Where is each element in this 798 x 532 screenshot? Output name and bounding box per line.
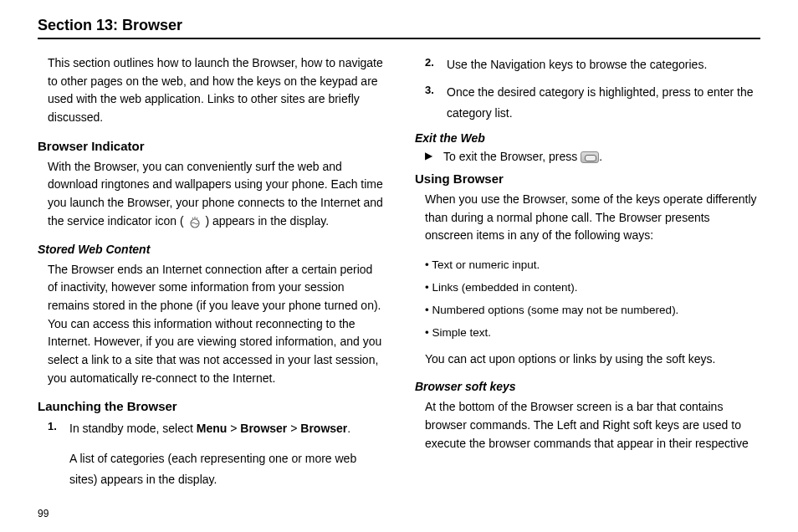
menu-label: Menu — [197, 422, 228, 435]
browser-label-2: Browser — [300, 422, 347, 435]
step-number: 3. — [425, 82, 447, 124]
section-divider — [38, 38, 760, 39]
heading-launching-browser: Launching the Browser — [38, 399, 383, 413]
list-item: • Links (embedded in content). — [425, 279, 760, 297]
content-columns: This section outlines how to launch the … — [38, 54, 760, 497]
browser-soft-keys-text: At the bottom of the Browser screen is a… — [415, 398, 760, 453]
using-browser-text: When you use the Browser, some of the ke… — [415, 191, 760, 245]
step-2-text: Use the Navigation keys to browse the ca… — [447, 54, 760, 75]
list-item: • Text or numeric input. — [425, 257, 760, 274]
heading-browser-soft-keys: Browser soft keys — [415, 380, 760, 393]
heading-exit-web: Exit the Web — [415, 131, 760, 145]
using-browser-text-2: You can act upon options or links by usi… — [415, 350, 760, 369]
browser-indicator-text-b: ) appears in the display. — [205, 214, 329, 228]
page-number: 99 — [38, 508, 49, 519]
exit-text-a: To exit the Browser, press — [443, 150, 581, 163]
heading-using-browser: Using Browser — [415, 171, 760, 186]
right-column: 2. Use the Navigation keys to browse the… — [415, 54, 760, 497]
exit-web-text: To exit the Browser, press . — [443, 150, 602, 163]
heading-stored-web-content: Stored Web Content — [38, 243, 383, 256]
browser-items-list: • Text or numeric input. • Links (embedd… — [415, 257, 760, 342]
step-1-end: . — [347, 422, 350, 435]
section-title: Section 13: Browser — [38, 17, 760, 34]
left-column: This section outlines how to launch the … — [38, 54, 383, 497]
step-1-prefix: In standby mode, select — [69, 422, 197, 435]
svg-line-3 — [197, 217, 197, 219]
continued-steps: 2. Use the Navigation keys to browse the… — [415, 54, 760, 125]
step-1-text: In standby mode, select Menu > Browser >… — [69, 418, 383, 490]
step-3-text: Once the desired category is highlighted… — [447, 82, 760, 124]
service-indicator-icon — [187, 216, 202, 228]
sep-2: > — [287, 422, 300, 435]
right-arrow-icon: ▶ — [425, 150, 443, 163]
intro-paragraph: This section outlines how to launch the … — [38, 54, 383, 127]
list-item: • Simple text. — [425, 325, 760, 342]
svg-line-2 — [192, 217, 193, 219]
browser-indicator-text: With the Browser, you can conveniently s… — [38, 158, 383, 231]
step-1-subtext: A list of categories (each representing … — [69, 448, 383, 490]
step-1: 1. In standby mode, select Menu > Browse… — [48, 418, 383, 490]
exit-web-line: ▶ To exit the Browser, press . — [415, 150, 760, 163]
step-3: 3. Once the desired category is highligh… — [425, 82, 760, 124]
step-number: 2. — [425, 54, 447, 75]
launching-steps: 1. In standby mode, select Menu > Browse… — [38, 418, 383, 490]
heading-browser-indicator: Browser Indicator — [38, 139, 383, 153]
browser-label-1: Browser — [240, 422, 287, 435]
stored-web-content-text: The Browser ends an Internet connection … — [38, 261, 383, 388]
sep-1: > — [227, 422, 240, 435]
exit-text-b: . — [599, 150, 602, 163]
list-item: • Numbered options (some may not be numb… — [425, 302, 760, 320]
step-number: 1. — [48, 418, 69, 490]
end-call-icon — [581, 151, 599, 163]
step-2: 2. Use the Navigation keys to browse the… — [425, 54, 760, 75]
